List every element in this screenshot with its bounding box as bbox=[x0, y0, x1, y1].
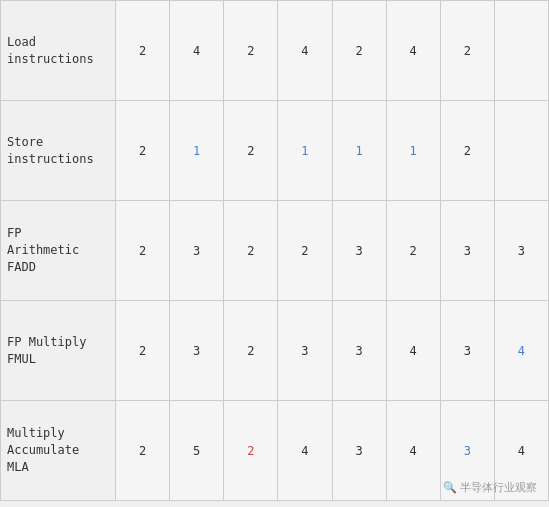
table-row: Load instructions2424242 bbox=[1, 1, 549, 101]
cell-value: 5 bbox=[170, 401, 224, 501]
row-label: FP Arithmetic FADD bbox=[1, 201, 116, 301]
cell-value: 2 bbox=[440, 101, 494, 201]
cell-value: 4 bbox=[170, 1, 224, 101]
row-label: Store instructions bbox=[1, 101, 116, 201]
cell-value: 3 bbox=[332, 201, 386, 301]
cell-value: 4 bbox=[278, 401, 332, 501]
cell-value: 2 bbox=[116, 1, 170, 101]
cell-value: 2 bbox=[116, 201, 170, 301]
cell-value: 3 bbox=[440, 201, 494, 301]
row-label: Load instructions bbox=[1, 1, 116, 101]
table-row: FP Arithmetic FADD23223233 bbox=[1, 201, 549, 301]
cell-value: 3 bbox=[170, 301, 224, 401]
cell-value: 2 bbox=[278, 201, 332, 301]
cell-value: 4 bbox=[386, 1, 440, 101]
row-label: FP Multiply FMUL bbox=[1, 301, 116, 401]
cell-value bbox=[494, 1, 548, 101]
cell-value: 2 bbox=[332, 1, 386, 101]
watermark: 🔍 半导体行业观察 bbox=[443, 480, 537, 495]
cell-value: 3 bbox=[494, 201, 548, 301]
cell-value: 3 bbox=[440, 301, 494, 401]
cell-value: 2 bbox=[116, 301, 170, 401]
cell-value: 1 bbox=[278, 101, 332, 201]
cell-value: 1 bbox=[386, 101, 440, 201]
cell-value: 4 bbox=[386, 401, 440, 501]
cell-value: 2 bbox=[224, 201, 278, 301]
table-row: Store instructions2121112 bbox=[1, 101, 549, 201]
cell-value: 3 bbox=[170, 201, 224, 301]
cell-value: 1 bbox=[332, 101, 386, 201]
cell-value: 4 bbox=[386, 301, 440, 401]
cell-value: 3 bbox=[332, 401, 386, 501]
cell-value: 2 bbox=[116, 401, 170, 501]
cell-value: 2 bbox=[116, 101, 170, 201]
cell-value: 4 bbox=[494, 301, 548, 401]
cell-value: 3 bbox=[332, 301, 386, 401]
cell-value: 1 bbox=[170, 101, 224, 201]
data-table: Load instructions2424242Store instructio… bbox=[0, 0, 549, 501]
cell-value: 2 bbox=[224, 401, 278, 501]
cell-value: 2 bbox=[224, 1, 278, 101]
cell-value: 2 bbox=[224, 101, 278, 201]
cell-value: 3 bbox=[278, 301, 332, 401]
table-row: FP Multiply FMUL23233434 bbox=[1, 301, 549, 401]
cell-value: 4 bbox=[278, 1, 332, 101]
cell-value: 2 bbox=[386, 201, 440, 301]
cell-value bbox=[494, 101, 548, 201]
row-label: Multiply Accumulate MLA bbox=[1, 401, 116, 501]
cell-value: 2 bbox=[440, 1, 494, 101]
cell-value: 2 bbox=[224, 301, 278, 401]
